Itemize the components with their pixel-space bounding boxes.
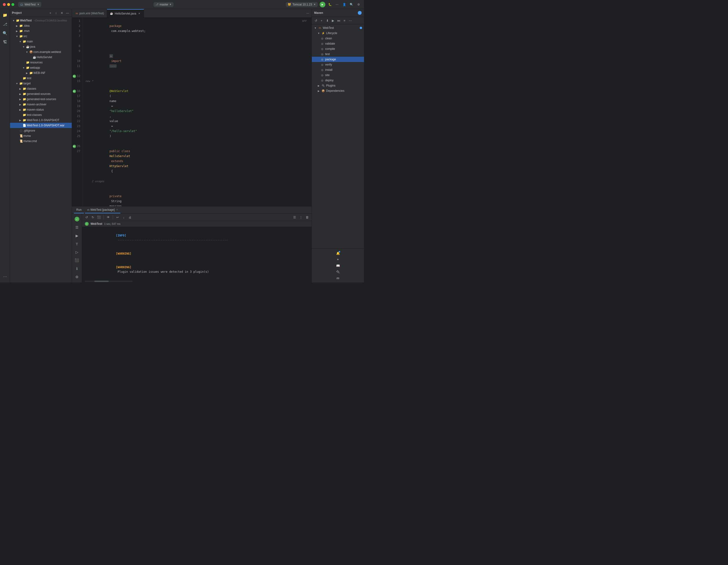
bottom-run-icon[interactable]: ▷ (73, 249, 81, 256)
maven-plugins[interactable]: ▶ 🔌 Plugins (312, 83, 364, 88)
tab-HelloServlet[interactable]: ☕ HelloServlet.java ✕ (107, 9, 144, 17)
debug-button[interactable]: 🐛 (327, 2, 333, 7)
bottom-list-icon[interactable]: ☰ (73, 224, 81, 231)
account-icon[interactable]: 👤 (342, 2, 347, 7)
maven-notifications[interactable]: 🔔 (335, 251, 341, 256)
code-content[interactable]: package com.example.webtest; OFF ▶ impor… (82, 18, 312, 206)
tree-item-gen-test-sources[interactable]: ▶ 📁 generated-test-sources (10, 97, 72, 102)
tab-more-button[interactable]: ⋯ (305, 10, 311, 16)
tree-item-snapshot-war[interactable]: ▶ 📄 WebTest-1.0-SNAPSHOT.war (10, 123, 72, 128)
maven-install[interactable]: ◎ install (312, 67, 364, 72)
maven-dependencies[interactable]: ▶ 📦 Dependencies (312, 88, 364, 93)
print-button[interactable]: 🖨 (127, 215, 133, 220)
tree-item-webinf[interactable]: ▶ 📁 WEB-INF (10, 70, 72, 76)
bottom-play-icon[interactable]: ▶ (73, 232, 81, 239)
maven-m-btn[interactable]: m (335, 275, 341, 281)
rerun-button[interactable]: ↺ (84, 215, 89, 220)
maven-add[interactable]: + (319, 18, 324, 23)
tree-item-webapp[interactable]: ▼ 📁 webapp (10, 65, 72, 70)
run-button[interactable]: ▶ (320, 2, 325, 7)
maven-refresh[interactable]: ↺ (313, 18, 318, 23)
tree-item-maven-archiver[interactable]: ▶ 📁 maven-archiver (10, 102, 72, 107)
close-button[interactable] (3, 3, 6, 6)
bottom-info-icon[interactable]: ℹ (73, 265, 81, 272)
tree-item-mvnw[interactable]: ▶ 📜 mvnw (10, 133, 72, 139)
maximize-button[interactable] (11, 3, 14, 6)
tree-item-package[interactable]: ▼ 📦 com.example.webtest (10, 49, 72, 55)
tree-item-gitignore[interactable]: ▶ ◌ .gitignore (10, 128, 72, 133)
run-config[interactable]: 🐱 Tomcat 10.1.23 ▼ (286, 2, 318, 7)
bottom-tab-close[interactable]: ✕ (116, 208, 118, 211)
more-options-button[interactable]: ⋯ (334, 2, 340, 7)
tree-item-resources[interactable]: ▶ 📁 resources (10, 60, 72, 65)
trash-button[interactable]: 🗑 (304, 215, 310, 220)
maven-more[interactable]: ⋯ (348, 18, 353, 23)
maven-skip-test[interactable]: ⏭ (336, 18, 341, 23)
stop-button[interactable]: ⬛ (96, 215, 102, 220)
tree-item-classes[interactable]: ▶ 📁 classes (10, 86, 72, 91)
scroll-end-button[interactable]: ↓ (121, 215, 126, 220)
search-button[interactable]: 🔍 (1, 29, 9, 37)
tree-item-target[interactable]: ▼ 📁 target (10, 81, 72, 86)
maven-plugins-btn[interactable]: 🔌 (335, 269, 341, 274)
maven-test[interactable]: ◎ test (312, 51, 364, 57)
project-selector[interactable]: 🗂 WebTest ▼ (18, 2, 41, 7)
eye-button[interactable]: 👁 (106, 215, 111, 220)
tree-item-gen-sources[interactable]: ▶ 📁 generated-sources (10, 91, 72, 97)
soft-wrap-button[interactable]: ↩ (115, 215, 120, 220)
maven-verify[interactable]: ◎ verify (312, 62, 364, 67)
new-item-button[interactable]: + (48, 10, 53, 15)
tab-pom-xml[interactable]: m pom.xml (WebTest) (73, 9, 107, 17)
sync-button[interactable]: ↕ (54, 10, 58, 15)
tree-item-HelloServlet[interactable]: ▶ ☕ HelloServlet (10, 55, 72, 60)
branch-selector[interactable]: ⎇ master ▼ (154, 2, 174, 7)
tree-item-maven-status[interactable]: ▶ 📁 maven-status (10, 107, 72, 112)
tree-item-test[interactable]: ▶ 📁 test (10, 76, 72, 81)
project-view-button[interactable]: 📁 (1, 11, 9, 19)
close-sidebar-button[interactable]: ✕ (59, 10, 64, 15)
tab-close-button[interactable]: ✕ (138, 12, 141, 15)
tree-item-mvnw-cmd[interactable]: ▶ 📜 mvnw.cmd (10, 139, 72, 144)
maven-learn[interactable]: 📖 (335, 263, 341, 268)
maven-run[interactable]: ▶ (330, 18, 336, 23)
maven-package[interactable]: ◎ package (312, 57, 364, 62)
git-button[interactable]: ⎇ (1, 20, 9, 28)
maven-clean[interactable]: ◎ clean (312, 36, 364, 41)
collapse-arrow[interactable]: ▶ (109, 54, 113, 58)
ellipsis[interactable]: ... (109, 64, 117, 68)
tree-item-test-classes[interactable]: ▶ 📁 test-classes (10, 112, 72, 118)
bottom-settings-icon[interactable]: ⚙ (73, 273, 81, 281)
settings-icon[interactable]: ⚙ (356, 2, 361, 7)
h-scrollbar-thumb[interactable] (94, 281, 109, 282)
console-output[interactable]: [INFO] ---------------------------------… (82, 227, 312, 280)
maven-compile[interactable]: ◎ compile (312, 46, 364, 51)
structure-button[interactable]: 🏗 (1, 38, 9, 46)
tree-item-idea[interactable]: ▶ 📁 .idea (10, 23, 72, 28)
tree-item-src[interactable]: ▼ 📁 src (10, 34, 72, 39)
maven-validate[interactable]: ◎ validate (312, 41, 364, 46)
maven-thread[interactable]: ≡ (342, 18, 347, 23)
bottom-tab-webtest[interactable]: m WebTest [package] ✕ (85, 206, 120, 213)
tree-item-main[interactable]: ▼ 📁 main (10, 39, 72, 44)
more-tools-button[interactable]: ⋯ (1, 272, 9, 281)
tree-item-java[interactable]: ▼ ☕ java (10, 44, 72, 49)
tree-item-snapshot-folder[interactable]: ▶ 📁 WebTest-1.0-SNAPSHOT (10, 118, 72, 123)
maven-download[interactable]: ⬇ (325, 18, 330, 23)
bottom-scrollbar[interactable] (82, 280, 312, 283)
collapse-sidebar-button[interactable]: — (65, 10, 70, 15)
filter-button[interactable]: ☰ (292, 215, 297, 220)
tree-item-webtest[interactable]: ▼ 📁 WebTest ~/Desktop/CS/JAVEE/JavaWeb (10, 18, 72, 23)
maven-webtest-root[interactable]: ▼ m WebTest (312, 25, 364, 31)
rerun-failed-button[interactable]: ↻ (90, 215, 95, 220)
h-scrollbar-track[interactable] (85, 281, 133, 282)
search-icon[interactable]: 🔍 (349, 2, 354, 7)
bottom-type-icon[interactable]: T (73, 240, 81, 248)
maven-site[interactable]: ◎ site (312, 72, 364, 78)
maven-ai[interactable]: ✦ (335, 257, 341, 262)
more-button[interactable]: ⋮ (298, 215, 303, 220)
bottom-terminal-icon[interactable]: ⬛ (73, 257, 81, 264)
maven-deploy[interactable]: ◎ deploy (312, 78, 364, 83)
bottom-tab-run[interactable]: Run (74, 206, 84, 213)
minimize-button[interactable] (7, 3, 10, 6)
maven-lifecycle[interactable]: ▼ ⚡ Lifecycle (312, 31, 364, 36)
